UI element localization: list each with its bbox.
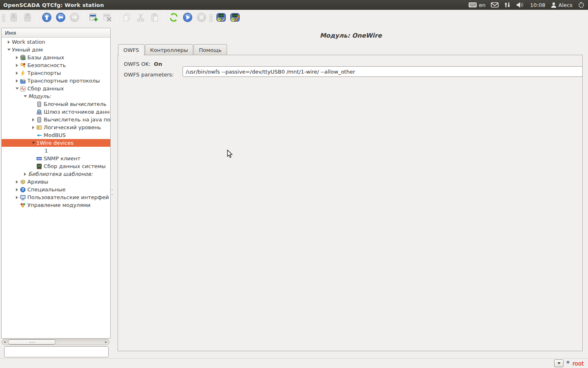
paste-button: [148, 12, 160, 24]
owfs-ok-row: OWFS OK: On: [124, 61, 162, 67]
toolbar-grip-icon: [209, 13, 213, 22]
tree-item-базы-данных[interactable]: Базы данных: [2, 54, 110, 61]
clock-indicator[interactable]: 10:08: [530, 2, 545, 8]
load-button: [7, 12, 20, 24]
collapse-icon[interactable]: [6, 46, 12, 54]
tree-item-label: Библиотека шаблонов:: [28, 171, 93, 177]
tree-item-управление-модулями[interactable]: Управление модулями: [2, 201, 110, 209]
tree-item-1wire-devices[interactable]: 1Wire devices: [2, 139, 110, 147]
expand-icon[interactable]: [30, 116, 36, 123]
tree-horizontal-scrollbar[interactable]: ◂ ▸: [2, 339, 109, 345]
refresh-button[interactable]: [167, 12, 180, 24]
tree-item-транспортные-протоколы[interactable]: Транспортные протоколы: [2, 77, 110, 85]
expand-icon[interactable]: [14, 54, 20, 61]
tree-item-шлюз-источников-данн[interactable]: Шлюз источников данн: [2, 108, 110, 116]
start-button[interactable]: [181, 12, 194, 24]
tree-item-snmp-клиент[interactable]: SNMPSNMP клиент: [2, 155, 110, 162]
expander-spacer: [30, 131, 36, 139]
add-item-icon: [89, 12, 99, 24]
tab-bar: OWFSКонтроллерыПомощь: [118, 44, 227, 55]
expand-icon[interactable]: [14, 178, 20, 186]
owfs-params-input[interactable]: [183, 66, 583, 77]
logic-icon: [36, 123, 44, 131]
tree-item-модуль-[interactable]: Модуль:: [2, 92, 110, 100]
messages-indicator[interactable]: [491, 2, 499, 8]
forward-arrow-icon: [69, 12, 80, 24]
tree-item-транспорты[interactable]: Транспорты: [2, 69, 110, 77]
expand-icon[interactable]: [30, 123, 36, 131]
modules-icon: [20, 201, 27, 209]
tree-item-вычислитель-на-java-по[interactable]: Вычислитель на java по: [2, 116, 110, 123]
collapse-icon[interactable]: [30, 139, 36, 147]
speaker-icon: [516, 2, 525, 8]
expand-icon[interactable]: [14, 77, 20, 85]
status-dropdown-button[interactable]: [554, 359, 564, 367]
tab-помощь[interactable]: Помощь: [194, 44, 227, 55]
toolbar-separator: [164, 13, 164, 23]
volume-indicator[interactable]: [516, 2, 525, 8]
add-item-button[interactable]: [87, 12, 100, 24]
save-button: [21, 12, 33, 24]
tree-item-label: Безопасность: [27, 62, 66, 68]
modified-indicator: *: [566, 361, 570, 366]
network-indicator[interactable]: [504, 2, 511, 8]
tree-header-label: Имя: [5, 30, 16, 36]
up-arrow-icon: [42, 12, 52, 24]
tree-item-label: ModBUS: [44, 132, 66, 138]
tree-item-блочный-вычислитель[interactable]: Блочный вычислитель: [2, 100, 110, 108]
tree-item-безопасность[interactable]: Безопасность: [2, 61, 110, 69]
scroll-left-icon[interactable]: ◂: [2, 339, 7, 345]
expand-icon[interactable]: [14, 186, 20, 193]
tree-item-библиотека-шаблонов-[interactable]: Библиотека шаблонов:: [2, 170, 110, 178]
tab-owfs[interactable]: OWFS: [118, 44, 145, 56]
dev-edit-button[interactable]: [229, 12, 241, 24]
tree-item-label: Сбор данных: [27, 85, 64, 92]
scrollbar-thumb[interactable]: [8, 339, 56, 345]
splitter-grip-icon: [111, 189, 113, 195]
session-menu[interactable]: [578, 2, 585, 9]
status-bar: * root: [0, 358, 588, 368]
user-indicator[interactable]: Alecs: [551, 2, 572, 8]
panel-splitter[interactable]: [111, 28, 114, 351]
expand-icon[interactable]: [14, 61, 20, 69]
tree-item-1[interactable]: 1: [2, 147, 110, 155]
scroll-right-icon[interactable]: ▸: [103, 339, 109, 345]
tree-item-умный-дом[interactable]: Умный дом: [2, 46, 110, 54]
forward-button: [68, 12, 80, 24]
keyboard-layout-indicator[interactable]: en: [468, 2, 486, 8]
tree-search-input[interactable]: [4, 346, 109, 357]
tree-item-label: Специальные: [27, 186, 66, 193]
tree-item-пользовательские-интерфей[interactable]: Пользовательские интерфей: [2, 193, 110, 201]
expand-icon[interactable]: [14, 69, 20, 77]
tree-item-сбор-данных-системы[interactable]: Сбор данных системы: [2, 162, 110, 170]
expand-icon[interactable]: [6, 38, 12, 46]
calc-icon: [36, 100, 44, 108]
tree-item-архивы[interactable]: Архивы: [2, 178, 110, 186]
tree-item-work-station[interactable]: Work station: [2, 38, 110, 46]
tree-item-специальные[interactable]: ?Специальные: [2, 186, 110, 193]
expand-icon[interactable]: [22, 170, 28, 178]
stop-button: [195, 12, 207, 24]
expander-spacer: [30, 108, 36, 116]
nav-tree-panel: Имя Work stationУмный домБазы данныхБезо…: [1, 28, 111, 339]
collapse-icon[interactable]: [14, 85, 20, 92]
special-icon: ?: [20, 186, 27, 193]
tree-item-логический-уровень[interactable]: Логический уровень: [2, 123, 110, 131]
toolbar-separator: [117, 13, 117, 23]
svg-text:?: ?: [22, 188, 24, 192]
tree-item-modbus[interactable]: ModBUS: [2, 131, 110, 139]
up-level-button[interactable]: [40, 12, 53, 24]
dev-tools-button[interactable]: [215, 12, 227, 24]
collapse-icon[interactable]: [22, 92, 28, 100]
envelope-icon: [491, 2, 499, 8]
main-toolbar: [0, 10, 588, 26]
tree-item-label: Архивы: [27, 179, 48, 185]
tab-контроллеры[interactable]: Контроллеры: [145, 44, 194, 55]
tree-item-label: Сбор данных системы: [44, 163, 106, 169]
tree-item-сбор-данных[interactable]: Сбор данных: [2, 85, 110, 92]
save-icon: [22, 12, 33, 24]
tree-header[interactable]: Имя: [2, 28, 110, 38]
back-button[interactable]: [54, 12, 67, 24]
copy-icon: [122, 12, 132, 24]
expand-icon[interactable]: [14, 193, 20, 201]
